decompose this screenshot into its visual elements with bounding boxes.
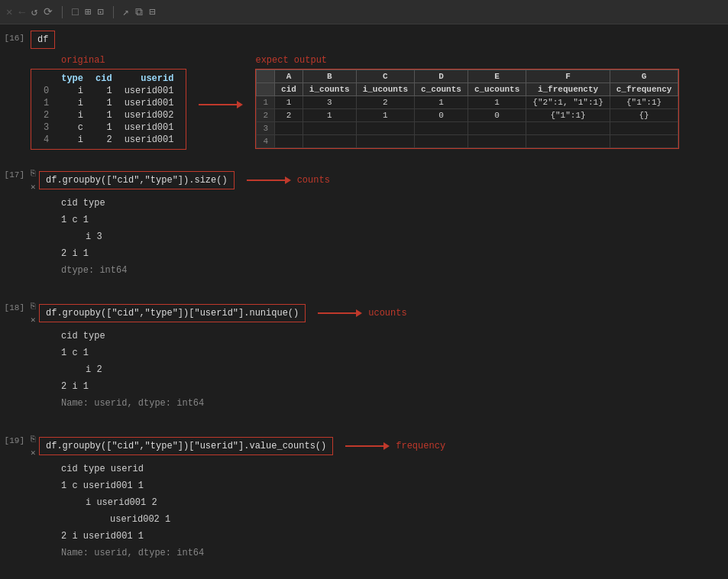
output-17-line1: cid type	[61, 195, 728, 212]
expect-row-4: 4	[257, 135, 678, 148]
copy-icon-18[interactable]: ⎘	[31, 300, 36, 312]
copy-icon-17[interactable]: ⎘	[31, 167, 36, 180]
arrow-head	[237, 101, 243, 108]
toolbar-icon-grid2[interactable]: ⊡	[97, 5, 103, 18]
expect-th-E: E	[468, 70, 526, 83]
cell-19: [19] ⎘ ✕ df.groupby(["cid","type"])["use…	[0, 430, 728, 571]
toolbar-icon-close[interactable]: ✕	[6, 5, 12, 18]
output-19-name: Name: userid, dtype: int64	[61, 545, 728, 561]
arrow-line-18	[318, 312, 356, 314]
arrow-head-18	[356, 309, 362, 317]
toolbar-icon-stop[interactable]: □	[72, 6, 78, 18]
cell-18-output: cid type 1 c 1 i 2 2 i 1 Name: userid, d…	[61, 326, 728, 418]
cell-19-body: ⎘ ✕ df.groupby(["cid","type"])["userid"]…	[31, 433, 728, 568]
expect-table-wrapper: A B C D E F G cid	[255, 69, 679, 149]
cell-17-body: ⎘ ✕ df.groupby(["cid","type"]).size() co…	[31, 167, 728, 285]
expect-th-ifreq: i_frequencty	[526, 83, 610, 96]
arrow-head-17	[285, 176, 291, 184]
notebook: [16] df original	[0, 24, 728, 574]
expect-row-3: 3	[257, 122, 678, 135]
annotation-18: ucounts	[368, 308, 406, 319]
expect-th-A: A	[275, 70, 303, 83]
cell-18-code[interactable]: df.groupby(["cid","type"])["userid"].nun…	[39, 304, 306, 322]
arrow-head-19	[383, 442, 390, 450]
expect-th-F: F	[526, 70, 610, 83]
expect-th-iucounts: i_ucounts	[356, 83, 414, 96]
arrow-line-19	[345, 445, 383, 447]
toolbar-icon-undo[interactable]: ↺	[31, 5, 37, 18]
output-18-name: Name: userid, dtype: int64	[61, 395, 728, 412]
output-18-line4: 2 i 1	[61, 378, 728, 395]
expect-th-rownum	[257, 83, 275, 96]
cell-18-number: [18]	[0, 300, 31, 312]
cell-17-number: [17]	[0, 167, 31, 180]
toolbar-icon-back[interactable]: ←	[18, 6, 24, 18]
output-18-line2: 1 c 1	[61, 344, 728, 361]
toolbar-icon-minus[interactable]: ⊟	[149, 5, 155, 18]
expect-th-icounts: i_counts	[303, 83, 356, 96]
df-col-type: type	[55, 73, 89, 85]
expect-th-D: D	[415, 70, 468, 83]
cell-19-output: cid type userid 1 c userid001 1 i userid…	[61, 459, 728, 568]
df-userid: userid001	[118, 85, 180, 97]
toolbar-separator2	[113, 6, 114, 18]
df-type: i	[55, 85, 89, 97]
df-table: type cid userid 0 i 1 userid	[31, 69, 186, 150]
output-19-line4: userid002 1	[110, 511, 728, 528]
clear-icon-17[interactable]: ✕	[31, 181, 36, 193]
cell-17-input-row: [17] ⎘ ✕ df.groupby(["cid","type"]).size…	[0, 164, 728, 288]
annotation-17: counts	[297, 175, 330, 186]
cell-17: [17] ⎘ ✕ df.groupby(["cid","type"]).size…	[0, 164, 728, 288]
table-row: 2i1userid002	[37, 109, 180, 121]
output-17-line2: 1 c 1	[61, 212, 728, 228]
output-19-line2: 1 c userid001 1	[61, 477, 728, 494]
expect-row-2: 2 21100 {"1":1}{}	[257, 109, 678, 122]
output-19-line3: i userid001 2	[86, 494, 728, 511]
df-idx: 0	[37, 85, 55, 97]
expect-th-ccounts: c_counts	[415, 83, 468, 96]
expect-table: A B C D E F G cid	[256, 70, 678, 148]
table-row: 3c1userid001	[37, 121, 180, 134]
expect-th-empty	[257, 70, 275, 83]
annotation-19: frequency	[396, 441, 445, 451]
toolbar-icon-grid1[interactable]: ⊞	[85, 5, 91, 18]
cell-19-code[interactable]: df.groupby(["cid","type"])["userid"].val…	[39, 437, 333, 455]
output-17-dtype: dtype: int64	[61, 262, 728, 279]
expect-th-cid: cid	[275, 83, 303, 96]
cell-16: [16] df original	[0, 27, 728, 155]
clear-icon-19[interactable]: ✕	[31, 447, 36, 459]
df-col-cid: cid	[89, 73, 118, 85]
arrow-line	[199, 104, 237, 105]
clear-icon-18[interactable]: ✕	[31, 314, 36, 326]
cell-18-input-row: [18] ⎘ ✕ df.groupby(["cid","type"])["use…	[0, 297, 728, 421]
cell-18-body: ⎘ ✕ df.groupby(["cid","type"])["userid"]…	[31, 300, 728, 418]
table-row: 0 i 1 userid001	[37, 85, 180, 97]
cell-16-number: [16]	[0, 31, 31, 43]
copy-icon-19[interactable]: ⎘	[31, 433, 36, 445]
toolbar-icon-copy2[interactable]: ⧉	[135, 6, 143, 18]
cell-19-input-row: [19] ⎘ ✕ df.groupby(["cid","type"])["use…	[0, 430, 728, 571]
toolbar-icon-export[interactable]: ↗	[123, 5, 129, 18]
expect-th-B: B	[303, 70, 356, 83]
cell-16-code[interactable]: df	[31, 31, 55, 49]
output-17-line4: 2 i 1	[61, 245, 728, 262]
expect-th-cfreq: c_frequency	[610, 83, 678, 96]
output-19-line5: 2 i userid001 1	[61, 528, 728, 545]
arrow-line-17	[247, 180, 285, 181]
expect-th-cucounts: c_ucounts	[468, 83, 526, 96]
df-col-userid: userid	[118, 73, 180, 85]
toolbar-separator	[62, 6, 63, 18]
original-label: original	[61, 55, 105, 66]
df-col-empty	[37, 73, 55, 85]
cell-18: [18] ⎘ ✕ df.groupby(["cid","type"])["use…	[0, 297, 728, 421]
expect-row-1: 1 13211 {"2":1, "1":1}{"1":1}	[257, 96, 678, 109]
output-17-line3: i 3	[86, 228, 728, 245]
cell-17-code[interactable]: df.groupby(["cid","type"]).size()	[39, 171, 235, 189]
expect-th-C: C	[356, 70, 414, 83]
expect-label: expect output	[255, 55, 327, 66]
toolbar: ✕ ← ↺ ⟳ □ ⊞ ⊡ ↗ ⧉ ⊟	[0, 0, 728, 24]
table-row: 4i2userid001	[37, 134, 180, 146]
cell-17-output: cid type 1 c 1 i 3 2 i 1 dtype: int64	[61, 193, 728, 285]
cell-19-number: [19]	[0, 433, 31, 445]
toolbar-icon-redo[interactable]: ⟳	[44, 5, 53, 18]
